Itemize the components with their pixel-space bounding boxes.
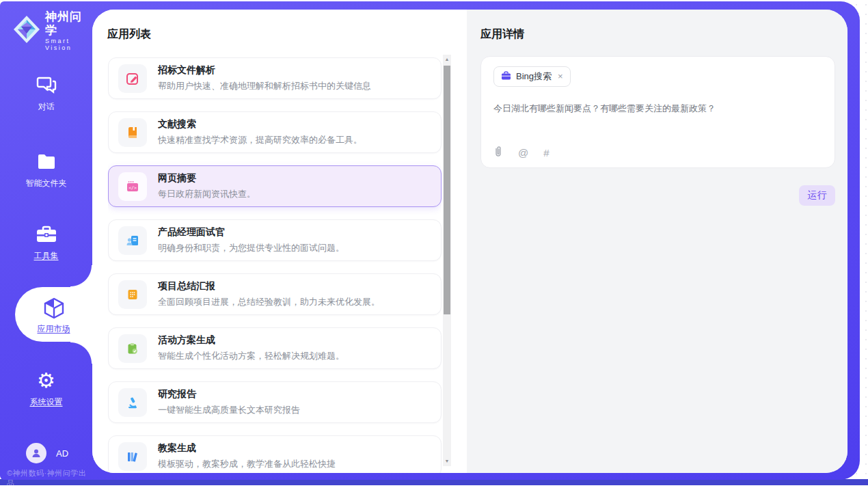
book-icon <box>118 118 147 147</box>
app-card-pm-interviewer[interactable]: 产品经理面试官 明确身份和职责，为您提供专业性的面试问题。 <box>108 219 442 261</box>
app-card-title: 教案生成 <box>158 442 336 455</box>
active-tab-curve-top <box>70 265 92 287</box>
brand-name: 神州问学 <box>45 10 92 38</box>
folder-icon <box>0 152 92 172</box>
briefcase-icon <box>501 70 511 83</box>
scrollbar-thumb[interactable] <box>444 66 450 314</box>
sidebar-item-settings[interactable]: ⚙ 系统设置 <box>0 370 92 408</box>
app-card-literature-search[interactable]: 文献搜索 快速精准查找学术资源，提高研究效率的必备工具。 <box>108 111 442 153</box>
user-account[interactable]: AD <box>26 443 68 463</box>
summary-doc-icon <box>118 280 147 309</box>
query-text-input[interactable]: 今日湖北有哪些新闻要点？有哪些需要关注的最新政策？ <box>493 102 815 115</box>
scrollbar-up-arrow[interactable]: ▲ <box>443 55 451 64</box>
sidebar-item-label: 系统设置 <box>0 396 92 408</box>
brand: 神州问学 Smart Vision <box>12 10 92 51</box>
app-detail-panel: 应用详情 Bing搜索 × 今日湖北有哪些新闻要点？有哪些需要关注的最新政策？ <box>467 10 847 473</box>
close-icon[interactable]: × <box>558 72 563 81</box>
app-card-desc: 明确身份和职责，为您提供专业性的面试问题。 <box>158 242 344 254</box>
app-card-title: 活动方案生成 <box>158 334 344 347</box>
app-card-desc: 模板驱动，教案秒成，教学准备从此轻松快捷 <box>158 458 336 470</box>
app-list-panel: 应用列表 招标文件解析 帮助用户快速、准确地理解和解析招标书中的关键信息 <box>92 10 467 473</box>
app-card-title: 研究报告 <box>158 388 300 401</box>
prompt-card: Bing搜索 × 今日湖北有哪些新闻要点？有哪些需要关注的最新政策？ @ # <box>480 56 835 168</box>
cube-icon <box>15 297 92 319</box>
app-card-desc: 一键智能生成高质量长文本研究报告 <box>158 404 300 416</box>
scrollbar-down-arrow[interactable]: ▼ <box>443 457 451 466</box>
microscope-icon <box>118 388 147 417</box>
gear-icon: ⚙ <box>0 370 92 391</box>
brand-logo-diamond-icon <box>12 14 41 47</box>
person-icon <box>31 448 42 459</box>
content-area: 应用列表 招标文件解析 帮助用户快速、准确地理解和解析招标书中的关键信息 <box>92 10 847 473</box>
brand-subtitle: Smart Vision <box>45 38 92 51</box>
app-card-activity-plan[interactable]: 活动方案生成 智能生成个性化活动方案，轻松解决规划难题。 <box>108 327 442 369</box>
books-icon <box>118 442 147 471</box>
sidebar-item-label: 应用市场 <box>15 323 92 335</box>
avatar <box>26 443 46 463</box>
app-card-title: 产品经理面试官 <box>158 226 344 239</box>
sidebar-item-app-market[interactable]: 应用市场 <box>15 287 92 342</box>
toolbox-icon <box>0 224 92 245</box>
app-card-title: 文献搜索 <box>158 118 362 131</box>
sidebar-item-smart-folder[interactable]: 智能文件夹 <box>0 152 92 189</box>
chat-bubbles-icon <box>0 75 92 96</box>
input-toolbar: @ # <box>493 146 550 160</box>
app-card-project-summary[interactable]: 项目总结汇报 全面回顾项目进展，总结经验教训，助力未来优化发展。 <box>108 273 442 315</box>
sidebar-item-chat[interactable]: 对话 <box>0 75 92 113</box>
sidebar-item-label: 工具集 <box>0 250 92 262</box>
app-card-desc: 智能生成个性化活动方案，轻松解决规划难题。 <box>158 350 344 362</box>
run-button[interactable]: 运行 <box>799 185 835 206</box>
app-card-title: 招标文件解析 <box>158 64 371 77</box>
tool-chip-label: Bing搜索 <box>516 70 552 83</box>
app-card-title: 项目总结汇报 <box>158 280 380 293</box>
tool-chip-bing-search[interactable]: Bing搜索 × <box>493 66 571 87</box>
user-initials: AD <box>56 448 68 459</box>
app-card-desc: 帮助用户快速、准确地理解和解析招标书中的关键信息 <box>158 80 371 92</box>
hashtag-icon[interactable]: # <box>543 147 549 159</box>
browser-code-icon: </> <box>118 172 147 201</box>
active-tab-curve-bottom <box>70 342 92 364</box>
pen-square-icon <box>118 64 147 93</box>
sidebar-item-label: 对话 <box>0 101 92 113</box>
app-list: 招标文件解析 帮助用户快速、准确地理解和解析招标书中的关键信息 文献搜索 快速精… <box>108 57 442 473</box>
app-card-tender-parse[interactable]: 招标文件解析 帮助用户快速、准确地理解和解析招标书中的关键信息 <box>108 57 442 99</box>
app-card-desc: 全面回顾项目进展，总结经验教训，助力未来优化发展。 <box>158 296 380 308</box>
window-bottom-edge <box>0 479 868 485</box>
paperclip-icon[interactable] <box>493 146 503 160</box>
sidebar-item-toolset[interactable]: 工具集 <box>0 224 92 262</box>
interview-person-icon <box>118 226 147 255</box>
app-list-title: 应用列表 <box>107 27 151 42</box>
svg-text:</>: </> <box>128 185 137 191</box>
clipboard-check-icon <box>118 334 147 363</box>
sidebar-item-label: 智能文件夹 <box>0 178 92 189</box>
copyright-footer: ©神州数码·神州问学出品 <box>7 468 92 488</box>
sidebar: 神州问学 Smart Vision 对话 智能文件夹 <box>0 1 92 480</box>
app-card-research-report[interactable]: 研究报告 一键智能生成高质量长文本研究报告 <box>108 381 442 423</box>
app-detail-title: 应用详情 <box>480 27 524 42</box>
app-card-desc: 每日政府新闻资讯快查。 <box>158 188 256 200</box>
app-card-title: 网页摘要 <box>158 172 256 185</box>
app-card-desc: 快速精准查找学术资源，提高研究效率的必备工具。 <box>158 134 362 146</box>
mention-at-icon[interactable]: @ <box>518 147 528 159</box>
app-card-lesson-plan[interactable]: 教案生成 模板驱动，教案秒成，教学准备从此轻松快捷 <box>108 435 442 473</box>
app-card-web-summary[interactable]: </> 网页摘要 每日政府新闻资讯快查。 <box>108 165 442 207</box>
